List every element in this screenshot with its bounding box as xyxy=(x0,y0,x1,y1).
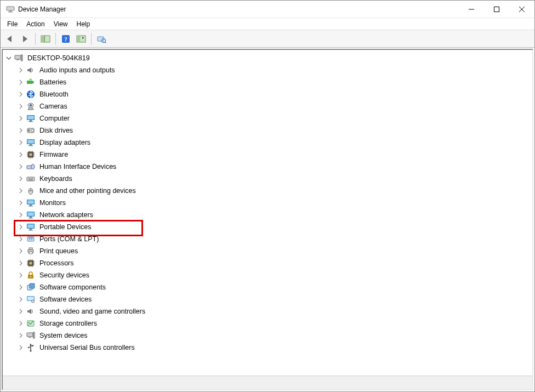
menu-view[interactable]: View xyxy=(49,19,72,29)
tree-item-label: Computer xyxy=(38,114,71,123)
svg-rect-67 xyxy=(30,283,35,288)
tree-item-label: Cameras xyxy=(38,102,69,111)
tree-item-ports[interactable]: Ports (COM & LPT) xyxy=(17,233,532,245)
toolbar-back-button[interactable] xyxy=(3,32,17,46)
expander-icon[interactable] xyxy=(17,90,25,98)
expander-icon[interactable] xyxy=(5,54,13,62)
speaker-icon xyxy=(26,307,35,316)
tree-item-batteries[interactable]: Batteries xyxy=(17,76,532,88)
svg-rect-54 xyxy=(30,229,32,230)
tree-item-printq[interactable]: Print queues xyxy=(17,245,532,257)
menu-action[interactable]: Action xyxy=(22,19,49,29)
svg-rect-50 xyxy=(30,217,32,218)
close-button[interactable] xyxy=(509,1,534,18)
svg-rect-16 xyxy=(27,81,33,84)
svg-rect-61 xyxy=(29,252,32,254)
tree-item-storage[interactable]: Storage controllers xyxy=(17,317,532,329)
toolbar-console-tree-button[interactable] xyxy=(38,32,53,46)
expander-icon[interactable] xyxy=(17,235,25,243)
device-tree[interactable]: DESKTOP-504K819Audio inputs and outputsB… xyxy=(3,50,532,376)
toolbar-forward-button[interactable] xyxy=(18,32,32,46)
tree-item-monitors[interactable]: Monitors xyxy=(17,197,532,209)
expander-icon[interactable] xyxy=(17,296,25,303)
printer-icon xyxy=(26,247,35,255)
expander-icon[interactable] xyxy=(17,66,25,74)
expander-icon[interactable] xyxy=(17,332,25,339)
tree-item-firmware[interactable]: Firmware xyxy=(17,149,532,161)
tree-item-audio[interactable]: Audio inputs and outputs xyxy=(17,64,532,76)
tree-item-swcomp[interactable]: Software components xyxy=(17,281,532,293)
computer-icon xyxy=(26,331,35,340)
expander-icon[interactable] xyxy=(17,223,25,231)
device-manager-window: Device Manager File Action View Help xyxy=(0,0,535,392)
toolbar-help-button[interactable]: ? xyxy=(59,32,73,46)
tree-item-label: Software components xyxy=(38,283,107,292)
tree-item-keyboards[interactable]: Keyboards xyxy=(17,173,532,185)
svg-rect-24 xyxy=(29,121,33,122)
expander-icon[interactable] xyxy=(17,247,25,255)
tree-item-label: Audio inputs and outputs xyxy=(38,66,117,75)
expander-icon[interactable] xyxy=(17,103,25,110)
tree-item-label: Mice and other pointing devices xyxy=(38,186,138,195)
expander-icon[interactable] xyxy=(17,187,25,195)
monitor-icon xyxy=(26,211,35,219)
tree-item-sound[interactable]: Sound, video and game controllers xyxy=(17,305,532,317)
expander-icon[interactable] xyxy=(17,211,25,219)
tree-item-cameras[interactable]: Cameras xyxy=(17,100,532,112)
svg-rect-56 xyxy=(27,237,34,241)
toolbar-separator xyxy=(55,33,56,45)
svg-rect-27 xyxy=(28,129,30,132)
tree-item-computer[interactable]: Computer xyxy=(17,112,532,124)
expander-icon[interactable] xyxy=(17,199,25,207)
tree-root[interactable]: DESKTOP-504K819 xyxy=(5,52,532,64)
tree-item-processors[interactable]: Processors xyxy=(17,257,532,269)
expander-icon[interactable] xyxy=(17,127,25,134)
computer-icon xyxy=(14,54,23,63)
expander-icon[interactable] xyxy=(17,308,25,315)
expander-icon[interactable] xyxy=(17,115,25,122)
svg-text:?: ? xyxy=(64,36,67,42)
tree-item-display[interactable]: Display adapters xyxy=(17,137,532,149)
monitor-icon xyxy=(26,114,35,123)
svg-point-72 xyxy=(28,325,29,326)
expander-icon[interactable] xyxy=(17,78,25,86)
tree-item-label: Portable Devices xyxy=(38,223,93,231)
menu-file[interactable]: File xyxy=(3,19,22,29)
tree-item-disk[interactable]: Disk drives xyxy=(17,124,532,137)
tree-item-network[interactable]: Network adapters xyxy=(17,209,532,221)
svg-rect-55 xyxy=(29,230,33,231)
keyboard-icon xyxy=(26,174,35,183)
tree-item-portable[interactable]: Portable Devices xyxy=(17,221,532,233)
svg-point-35 xyxy=(31,164,35,169)
expander-icon[interactable] xyxy=(17,344,25,351)
tree-item-security[interactable]: Security devices xyxy=(17,269,532,281)
tree-item-hid[interactable]: Human Interface Devices xyxy=(17,161,532,173)
expander-icon[interactable] xyxy=(17,283,25,291)
toolbar: ? xyxy=(1,30,534,48)
expander-icon[interactable] xyxy=(17,271,25,279)
content-area: DESKTOP-504K819Audio inputs and outputsB… xyxy=(2,49,533,390)
expander-icon[interactable] xyxy=(17,175,25,183)
battery-icon xyxy=(26,78,35,87)
expander-icon[interactable] xyxy=(17,151,25,158)
tree-item-mice[interactable]: Mice and other pointing devices xyxy=(17,185,532,197)
tree-item-label: Keyboards xyxy=(38,174,74,183)
svg-rect-47 xyxy=(29,206,33,207)
expander-icon[interactable] xyxy=(17,259,25,267)
expander-icon[interactable] xyxy=(17,320,25,327)
tree-item-system[interactable]: System devices xyxy=(17,329,532,342)
tree-item-usb[interactable]: Universal Serial Bus controllers xyxy=(17,342,532,354)
menu-help[interactable]: Help xyxy=(72,19,95,29)
maximize-button[interactable] xyxy=(484,1,509,18)
tree-item-label: Firmware xyxy=(38,150,70,159)
minimize-button[interactable] xyxy=(459,1,484,18)
swdev-icon xyxy=(26,295,35,304)
tree-item-swdev[interactable]: Software devices xyxy=(17,293,532,305)
toolbar-scan-button[interactable] xyxy=(94,32,109,46)
svg-point-76 xyxy=(30,350,31,351)
expander-icon[interactable] xyxy=(17,139,25,146)
svg-rect-42 xyxy=(29,179,33,180)
tree-item-bluetooth[interactable]: Bluetooth xyxy=(17,88,532,100)
expander-icon[interactable] xyxy=(17,163,25,171)
toolbar-action-button[interactable] xyxy=(74,32,88,46)
